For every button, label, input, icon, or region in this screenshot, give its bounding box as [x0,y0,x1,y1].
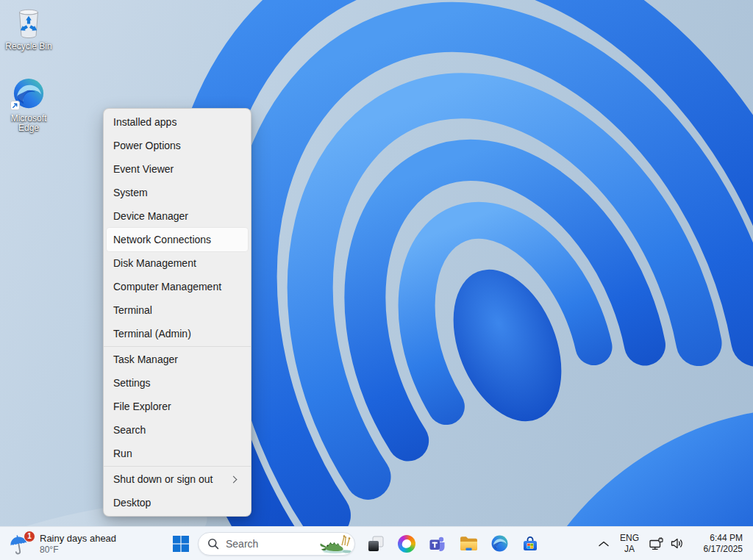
menu-item-label: System [113,187,241,198]
menu-item-label: Event Viewer [113,163,241,175]
desktop-icon-label: Microsoft Edge [1,114,57,133]
desktop-icon-label: Recycle Bin [5,42,51,51]
menu-item-label: Task Manager [113,353,241,365]
submenu-chevron-icon [230,475,238,483]
tray-overflow-button[interactable] [593,531,615,557]
menu-item-label: Desktop [113,497,241,509]
menu-item-search[interactable]: Search [107,418,248,442]
desktop-icon-microsoft-edge[interactable]: Microsoft Edge [1,76,57,133]
teams-icon [429,535,446,553]
menu-item-power-options[interactable]: Power Options [107,134,248,157]
menu-item-label: Search [113,424,241,436]
menu-item-disk-management[interactable]: Disk Management [107,251,248,275]
menu-item-label: Computer Management [113,281,241,292]
menu-item-label: Network Connections [113,234,241,245]
copilot-icon [398,535,415,553]
notification-badge: 1 [24,531,35,542]
menu-item-terminal-admin[interactable]: Terminal (Admin) [107,322,248,345]
menu-item-label: Terminal (Admin) [113,328,241,340]
desktop-icon-recycle-bin[interactable]: Recycle Bin [1,4,57,51]
language-indicator[interactable]: ENG JA [615,531,644,556]
menu-item-event-viewer[interactable]: Event Viewer [107,157,248,181]
menu-item-label: Settings [113,377,241,389]
task-view-button[interactable] [360,529,391,559]
taskbar: 1 Rainy days ahead 80°F Search [0,526,753,560]
teams-button[interactable] [422,529,453,559]
speaker-icon [671,538,684,549]
language-primary: ENG [615,533,644,544]
edge-icon [490,534,509,553]
clock-button[interactable]: 6:44 PM 6/17/2025 [688,533,746,555]
desktop-background[interactable]: Recycle Bin Microsoft Edge Installed app… [0,0,753,560]
tray-date: 6/17/2025 [688,544,743,555]
menu-item-shut-down-or-sign-out[interactable]: Shut down or sign out [107,467,248,491]
menu-item-device-manager[interactable]: Device Manager [107,204,248,228]
widgets-weather-button[interactable]: 1 Rainy days ahead 80°F [0,527,128,560]
chevron-up-icon [599,541,609,547]
menu-separator [104,346,251,347]
microsoft-store-icon [521,535,539,553]
edge-button[interactable] [484,529,515,559]
menu-item-label: File Explorer [113,401,241,412]
menu-item-label: Shut down or sign out [113,473,231,485]
shortcut-arrow-icon [10,101,20,110]
weather-temperature: 80°F [40,545,116,555]
menu-item-system[interactable]: System [107,181,248,204]
menu-item-computer-management[interactable]: Computer Management [107,275,248,298]
winx-context-menu: Installed appsPower OptionsEvent ViewerS… [103,108,251,517]
wired-network-icon [649,537,664,550]
menu-item-file-explorer[interactable]: File Explorer [107,395,248,418]
menu-item-terminal[interactable]: Terminal [107,298,248,322]
windows-logo-icon [173,536,189,552]
recycle-bin-icon [12,4,46,40]
network-volume-button[interactable] [644,531,688,557]
menu-separator [104,466,251,467]
menu-item-installed-apps[interactable]: Installed apps [107,110,248,134]
search-placeholder: Search [226,538,319,550]
menu-item-label: Device Manager [113,210,241,222]
menu-item-label: Terminal [113,304,241,316]
weather-headline: Rainy days ahead [40,533,116,545]
menu-item-label: Disk Management [113,257,241,269]
language-secondary: JA [615,544,644,555]
menu-item-run[interactable]: Run [107,442,248,465]
search-highlight-crocodile-image [319,534,353,554]
menu-item-desktop[interactable]: Desktop [107,491,248,514]
microsoft-store-button[interactable] [515,529,546,559]
file-explorer-button[interactable] [453,529,484,559]
menu-item-label: Run [113,448,241,459]
start-button[interactable] [168,529,194,559]
menu-item-label: Power Options [113,140,241,151]
file-explorer-icon [460,535,478,552]
tray-time: 6:44 PM [688,533,743,544]
menu-item-task-manager[interactable]: Task Manager [107,348,248,371]
menu-item-settings[interactable]: Settings [107,371,248,395]
copilot-button[interactable] [391,529,422,559]
search-input[interactable]: Search [198,532,355,556]
search-icon [207,538,219,550]
task-view-icon [367,535,385,553]
menu-item-network-connections[interactable]: Network Connections [107,228,248,251]
menu-item-label: Installed apps [113,116,241,128]
